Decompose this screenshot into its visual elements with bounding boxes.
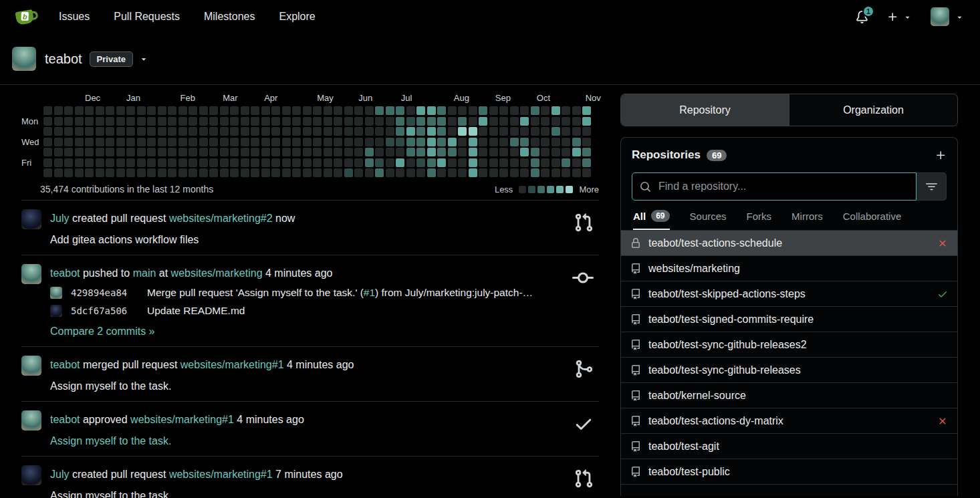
heatmap-cell[interactable]	[324, 168, 332, 177]
heatmap-cell[interactable]	[261, 106, 270, 115]
nav-link-milestones[interactable]: Milestones	[204, 11, 255, 23]
heatmap-cell[interactable]	[458, 117, 467, 126]
heatmap-cell[interactable]	[271, 158, 280, 167]
heatmap-cell[interactable]	[251, 138, 259, 146]
heatmap-cell[interactable]	[520, 117, 529, 126]
heatmap-cell[interactable]	[458, 127, 467, 136]
heatmap-cell[interactable]	[209, 106, 218, 115]
heatmap-cell[interactable]	[271, 127, 280, 136]
heatmap-cell[interactable]	[427, 127, 436, 136]
heatmap-cell[interactable]	[189, 148, 197, 156]
feed-link[interactable]: websites/marketing	[171, 267, 263, 279]
feed-link[interactable]: main	[133, 267, 156, 279]
heatmap-cell[interactable]	[582, 106, 591, 115]
heatmap-cell[interactable]	[406, 148, 415, 156]
heatmap-cell[interactable]	[396, 138, 404, 146]
heatmap-cell[interactable]	[220, 106, 229, 115]
heatmap-cell[interactable]	[427, 148, 436, 156]
heatmap-cell[interactable]	[334, 106, 342, 115]
heatmap-cell[interactable]	[126, 117, 135, 126]
heatmap-cell[interactable]	[292, 106, 301, 115]
heatmap-cell[interactable]	[375, 148, 384, 156]
heatmap-cell[interactable]	[271, 148, 280, 156]
heatmap-cell[interactable]	[458, 106, 467, 115]
heatmap-cell[interactable]	[469, 168, 477, 177]
heatmap-cell[interactable]	[158, 127, 166, 136]
feed-body-link[interactable]: Assign myself to the task.	[50, 435, 563, 447]
heatmap-cell[interactable]	[406, 138, 415, 146]
heatmap-cell[interactable]	[520, 106, 529, 115]
heatmap-cell[interactable]	[220, 148, 229, 156]
heatmap-cell[interactable]	[64, 127, 73, 136]
heatmap-cell[interactable]	[499, 106, 508, 115]
heatmap-cell[interactable]	[416, 158, 425, 167]
heatmap-cell[interactable]	[489, 148, 498, 156]
filter-button[interactable]	[916, 172, 947, 201]
heatmap-cell[interactable]	[230, 117, 239, 126]
heatmap-cell[interactable]	[54, 158, 63, 167]
commit-status-failure-icon[interactable]	[937, 238, 948, 249]
heatmap-cell[interactable]	[96, 168, 104, 177]
heatmap-cell[interactable]	[137, 148, 146, 156]
heatmap-cell[interactable]	[479, 138, 487, 146]
heatmap-cell[interactable]	[386, 117, 394, 126]
heatmap-cell[interactable]	[178, 127, 187, 136]
heatmap-cell[interactable]	[158, 138, 166, 146]
heatmap-cell[interactable]	[209, 117, 218, 126]
heatmap-cell[interactable]	[458, 138, 467, 146]
heatmap-cell[interactable]	[458, 158, 467, 167]
heatmap-cell[interactable]	[230, 127, 239, 136]
heatmap-cell[interactable]	[324, 106, 332, 115]
heatmap-cell[interactable]	[220, 117, 229, 126]
heatmap-cell[interactable]	[116, 138, 125, 146]
heatmap-cell[interactable]	[386, 106, 394, 115]
feed-link[interactable]: teabot	[50, 359, 80, 370]
repo-row[interactable]: teabot/test-actions-schedule	[621, 231, 957, 256]
heatmap-cell[interactable]	[230, 158, 239, 167]
heatmap-cell[interactable]	[386, 158, 394, 167]
heatmap-cell[interactable]	[469, 138, 477, 146]
heatmap-cell[interactable]	[168, 138, 176, 146]
heatmap-cell[interactable]	[271, 106, 280, 115]
heatmap-cell[interactable]	[85, 117, 94, 126]
repo-name-link[interactable]: teabot/test-signed-commits-require	[648, 314, 948, 326]
heatmap-cell[interactable]	[489, 117, 498, 126]
heatmap-cell[interactable]	[220, 138, 229, 146]
heatmap-cell[interactable]	[531, 158, 539, 167]
heatmap-cell[interactable]	[43, 168, 52, 177]
heatmap-cell[interactable]	[324, 127, 332, 136]
user-menu[interactable]	[931, 7, 964, 26]
heatmap-cell[interactable]	[168, 127, 176, 136]
heatmap-cell[interactable]	[365, 158, 374, 167]
avatar[interactable]	[21, 465, 41, 485]
heatmap-cell[interactable]	[303, 168, 312, 177]
heatmap-cell[interactable]	[354, 117, 363, 126]
heatmap-cell[interactable]	[572, 168, 581, 177]
heatmap-cell[interactable]	[271, 117, 280, 126]
heatmap-cell[interactable]	[354, 158, 363, 167]
heatmap-cell[interactable]	[54, 148, 63, 156]
heatmap-cell[interactable]	[458, 168, 467, 177]
heatmap-cell[interactable]	[562, 168, 570, 177]
heatmap-cell[interactable]	[531, 168, 539, 177]
heatmap-cell[interactable]	[344, 148, 353, 156]
heatmap-cell[interactable]	[334, 148, 342, 156]
heatmap-cell[interactable]	[178, 117, 187, 126]
heatmap-cell[interactable]	[116, 117, 125, 126]
heatmap-cell[interactable]	[562, 127, 570, 136]
heatmap-cell[interactable]	[313, 106, 322, 115]
heatmap-cell[interactable]	[427, 138, 436, 146]
heatmap-cell[interactable]	[137, 138, 146, 146]
heatmap-cell[interactable]	[375, 138, 384, 146]
heatmap-cell[interactable]	[43, 106, 52, 115]
repo-name-link[interactable]: teabot/test-actions-schedule	[648, 237, 937, 249]
heatmap-cell[interactable]	[199, 168, 208, 177]
heatmap-cell[interactable]	[292, 138, 301, 146]
heatmap-cell[interactable]	[75, 106, 84, 115]
heatmap-cell[interactable]	[427, 158, 436, 167]
heatmap-cell[interactable]	[189, 158, 197, 167]
heatmap-cell[interactable]	[489, 158, 498, 167]
heatmap-cell[interactable]	[303, 138, 312, 146]
heatmap-cell[interactable]	[469, 117, 477, 126]
heatmap-cell[interactable]	[489, 127, 498, 136]
